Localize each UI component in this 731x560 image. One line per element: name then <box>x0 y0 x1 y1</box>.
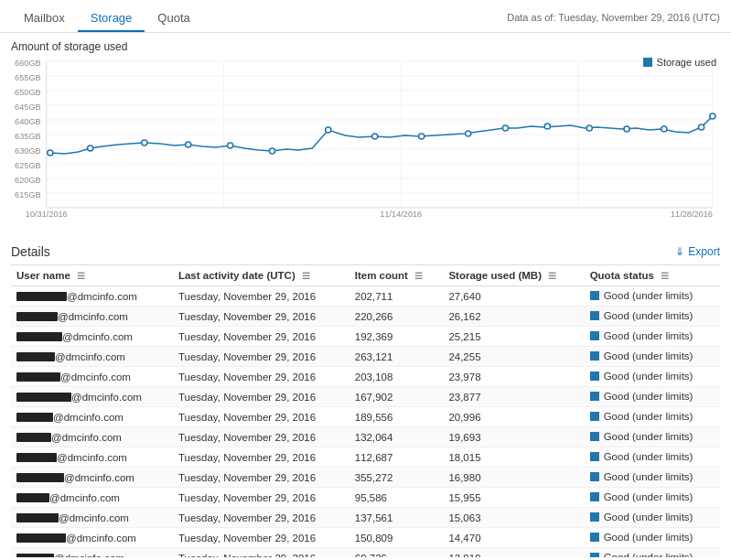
col-date[interactable]: Last activity date (UTC) ☰ <box>173 265 349 286</box>
items-cell: 150,809 <box>349 528 444 548</box>
user-cell: @dmcinfo.com <box>11 307 173 327</box>
quota-color-box <box>590 553 599 557</box>
quota-cell: Good (under limits) <box>585 307 720 327</box>
svg-text:640GB: 640GB <box>15 117 41 126</box>
date-cell: Tuesday, November 29, 2016 <box>173 528 349 548</box>
quota-color-box <box>590 392 599 401</box>
user-domain: @dmcinfo.com <box>67 291 137 302</box>
user-domain: @dmcinfo.com <box>64 472 134 483</box>
svg-text:655GB: 655GB <box>15 73 41 82</box>
user-redacted-bar <box>16 372 60 382</box>
tab-mailbox[interactable]: Mailbox <box>11 5 78 32</box>
quota-color-box <box>590 412 599 421</box>
svg-text:625GB: 625GB <box>15 161 41 170</box>
user-redacted-bar <box>16 292 67 301</box>
storage-cell: 15,955 <box>443 488 584 508</box>
user-domain: @dmcinfo.com <box>54 553 124 558</box>
quota-cell: Good (under limits) <box>585 427 720 447</box>
user-domain: @dmcinfo.com <box>60 372 131 382</box>
storage-cell: 25,215 <box>443 327 584 347</box>
svg-point-27 <box>88 145 93 151</box>
user-redacted-bar <box>16 393 71 402</box>
svg-point-38 <box>586 125 592 131</box>
col-username[interactable]: User name ☰ <box>11 265 173 286</box>
svg-point-33 <box>372 134 378 139</box>
user-cell: @dmcinfo.com <box>11 367 173 387</box>
quota-label: Good (under limits) <box>604 552 693 557</box>
storage-cell: 20,996 <box>443 407 584 427</box>
svg-text:650GB: 650GB <box>15 88 41 97</box>
date-cell: Tuesday, November 29, 2016 <box>173 307 349 327</box>
storage-line-chart: 660GB 655GB 650GB 645GB 640GB 635GB 630G… <box>11 57 720 217</box>
user-cell: @dmcinfo.com <box>11 468 173 488</box>
svg-point-36 <box>502 125 508 131</box>
quota-badge: Good (under limits) <box>590 391 693 402</box>
table-row: @dmcinfo.comTuesday, November 29, 201669… <box>11 548 720 558</box>
storage-cell: 14,470 <box>443 528 584 548</box>
tab-storage[interactable]: Storage <box>78 5 145 32</box>
details-title: Details <box>11 244 50 259</box>
storage-cell: 26,162 <box>443 307 584 327</box>
col-items[interactable]: Item count ☰ <box>349 265 444 286</box>
svg-point-39 <box>624 126 629 132</box>
svg-point-40 <box>661 126 667 132</box>
date-cell: Tuesday, November 29, 2016 <box>173 347 349 367</box>
col-quota[interactable]: Quota status ☰ <box>585 265 720 286</box>
table-row: @dmcinfo.comTuesday, November 29, 201622… <box>11 307 720 327</box>
user-domain: @dmcinfo.com <box>57 452 127 463</box>
quota-label: Good (under limits) <box>604 330 693 341</box>
export-button[interactable]: ⇓ Export <box>675 245 720 258</box>
date-cell: Tuesday, November 29, 2016 <box>173 387 349 407</box>
nav-tabs: Mailbox Storage Quota <box>11 5 203 32</box>
items-cell: 202,711 <box>349 286 444 307</box>
user-cell: @dmcinfo.com <box>11 427 173 447</box>
user-redacted-bar <box>16 433 51 442</box>
svg-point-37 <box>544 124 550 129</box>
quota-cell: Good (under limits) <box>585 488 720 508</box>
table-row: @dmcinfo.comTuesday, November 29, 201618… <box>11 407 720 427</box>
user-cell: @dmcinfo.com <box>11 327 173 347</box>
col-sort-icon: ☰ <box>414 271 423 281</box>
quota-badge: Good (under limits) <box>590 431 693 442</box>
user-domain: @dmcinfo.com <box>53 412 124 423</box>
quota-cell: Good (under limits) <box>585 548 720 558</box>
user-redacted-bar <box>16 554 54 557</box>
user-redacted-bar <box>16 312 58 321</box>
svg-text:615GB: 615GB <box>15 190 41 199</box>
user-domain: @dmcinfo.com <box>59 512 129 523</box>
download-icon: ⇓ <box>675 245 684 258</box>
tab-quota[interactable]: Quota <box>145 5 202 32</box>
table-row: @dmcinfo.comTuesday, November 29, 201619… <box>11 327 720 347</box>
quota-label: Good (under limits) <box>604 532 693 543</box>
quota-cell: Good (under limits) <box>585 407 720 427</box>
items-cell: 112,687 <box>349 447 444 468</box>
quota-badge: Good (under limits) <box>590 310 693 321</box>
chart-title: Amount of storage used <box>11 40 720 53</box>
svg-text:660GB: 660GB <box>15 59 41 68</box>
svg-point-31 <box>269 148 274 154</box>
items-cell: 95,586 <box>349 488 444 508</box>
date-cell: Tuesday, November 29, 2016 <box>173 407 349 427</box>
chart-area: Storage used 660GB 655GB 650GB 645GB 640… <box>11 57 720 235</box>
user-domain: @dmcinfo.com <box>49 492 120 503</box>
table-row: @dmcinfo.comTuesday, November 29, 201615… <box>11 528 720 548</box>
user-cell: @dmcinfo.com <box>11 447 173 468</box>
storage-cell: 24,255 <box>443 347 584 367</box>
quota-label: Good (under limits) <box>604 491 693 502</box>
data-table-container[interactable]: User name ☰ Last activity date (UTC) ☰ I… <box>11 264 720 557</box>
user-redacted-bar <box>16 453 57 462</box>
user-cell: @dmcinfo.com <box>11 347 173 367</box>
col-storage[interactable]: Storage used (MB) ☰ <box>443 265 584 286</box>
svg-text:11/14/2016: 11/14/2016 <box>380 210 422 217</box>
quota-color-box <box>590 533 599 542</box>
quota-color-box <box>590 291 599 300</box>
quota-label: Good (under limits) <box>604 290 693 301</box>
legend-color-box <box>643 58 652 67</box>
svg-text:11/28/2016: 11/28/2016 <box>671 210 713 217</box>
svg-point-26 <box>48 150 53 156</box>
quota-badge: Good (under limits) <box>590 330 693 341</box>
user-domain: @dmcinfo.com <box>71 392 142 403</box>
svg-point-32 <box>326 127 331 133</box>
user-cell: @dmcinfo.com <box>11 387 173 407</box>
quota-color-box <box>590 472 599 481</box>
